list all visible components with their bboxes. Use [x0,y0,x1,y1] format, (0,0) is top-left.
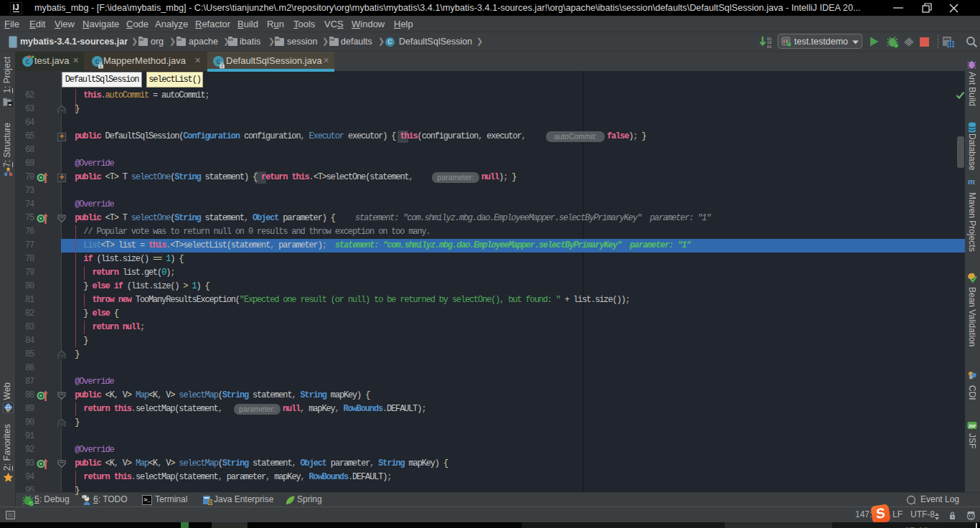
svg-text:JSF: JSF [968,424,976,428]
svg-text:01: 01 [767,44,772,49]
svg-text:✎: ✎ [83,496,85,499]
